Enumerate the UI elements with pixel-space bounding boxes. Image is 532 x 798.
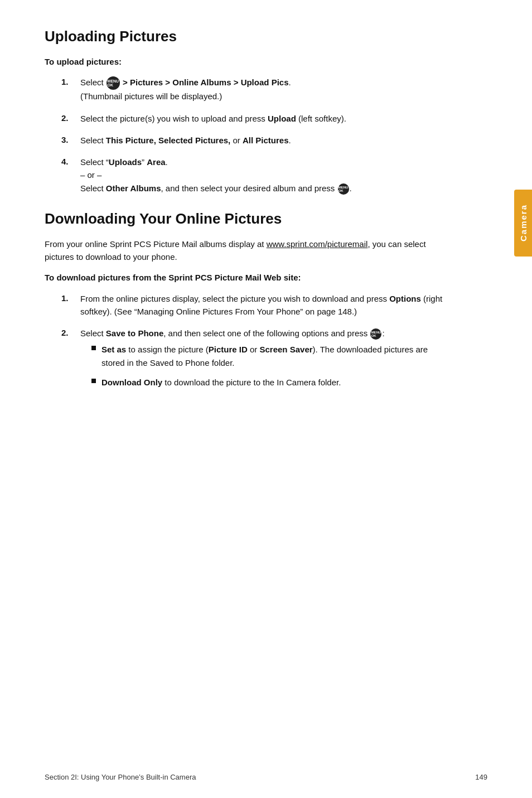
dl-step-content-2: Select Save to Phone, and then select on…: [80, 327, 446, 395]
bullet-square-2: [91, 379, 96, 383]
menu-icon-1: MENUOK: [107, 76, 120, 90]
upload-step-1: 1. Select MENUOK > Pictures > Online Alb…: [61, 76, 446, 103]
step1-text: > Pictures > Online Albums > Upload Pics…: [123, 78, 291, 87]
side-tab: Camera: [514, 190, 532, 257]
bullet-item-2: Download Only to download the picture to…: [91, 376, 446, 389]
download-intro: From your online Sprint PCS Picture Mail…: [45, 238, 446, 264]
step-num-4: 4.: [61, 156, 77, 195]
step-content-1: Select MENUOK > Pictures > Online Albums…: [80, 76, 446, 103]
footer-left: Section 2I: Using Your Phone’s Built-in …: [45, 773, 196, 781]
upload-step-2: 2. Select the picture(s) you wish to upl…: [61, 112, 446, 125]
page-content: Uploading Pictures To upload pictures: 1…: [0, 0, 491, 438]
sprint-link[interactable]: www.sprint.com/picturemail: [267, 239, 368, 249]
menu-icon-step2: MENUOK: [370, 328, 381, 340]
bullet-square-1: [91, 346, 96, 350]
download-step-1: 1. From the online pictures display, sel…: [61, 292, 446, 318]
side-tab-label: Camera: [519, 204, 528, 241]
upload-steps: 1. Select MENUOK > Pictures > Online Alb…: [45, 76, 446, 195]
bullet-text-2: Download Only to download the picture to…: [101, 376, 341, 389]
menu-icon-step4: MENUOK: [338, 183, 349, 195]
step-num-3: 3.: [61, 134, 77, 147]
step-num-1: 1.: [61, 76, 77, 103]
bullet-item-1: Set as to assign the picture (Picture ID…: [91, 343, 446, 369]
download-sub-heading: To download pictures from the Sprint PCS…: [45, 271, 446, 284]
footer-right: 149: [475, 773, 487, 781]
step-num-2: 2.: [61, 112, 77, 125]
step-content-2: Select the picture(s) you wish to upload…: [80, 112, 446, 125]
download-steps: 1. From the online pictures display, sel…: [45, 292, 446, 396]
dl-step-num-1: 1.: [61, 292, 77, 318]
bullet-text-1: Set as to assign the picture (Picture ID…: [101, 343, 446, 369]
step1-sub: (Thumbnail pictures will be displayed.): [80, 91, 222, 101]
upload-intro: To upload pictures:: [45, 55, 446, 68]
step-content-4: Select “Uploads” Area. – or – Select Oth…: [80, 156, 446, 195]
footer-bar: Section 2I: Using Your Phone’s Built-in …: [0, 773, 532, 781]
download-title: Downloading Your Online Pictures: [45, 210, 446, 228]
dl-step-content-1: From the online pictures display, select…: [80, 292, 446, 318]
or-line: – or –: [80, 170, 101, 180]
download-step-2: 2. Select Save to Phone, and then select…: [61, 327, 446, 395]
step-content-3: Select This Picture, Selected Pictures, …: [80, 134, 446, 147]
upload-step-4: 4. Select “Uploads” Area. – or – Select …: [61, 156, 446, 195]
bullet-list: Set as to assign the picture (Picture ID…: [80, 343, 446, 389]
dl-step-num-2: 2.: [61, 327, 77, 395]
upload-title: Uploading Pictures: [45, 28, 446, 45]
upload-step-3: 3. Select This Picture, Selected Picture…: [61, 134, 446, 147]
